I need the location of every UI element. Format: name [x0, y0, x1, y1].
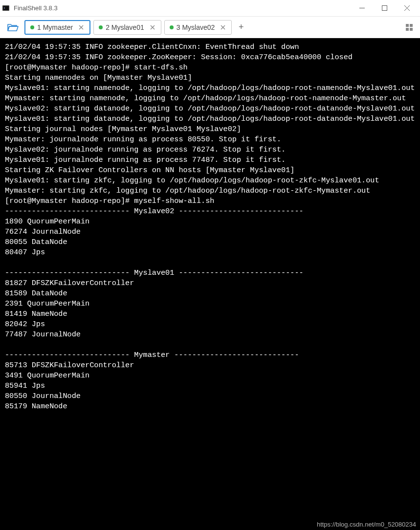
svg-rect-15	[410, 28, 413, 31]
open-folder-button[interactable]	[4, 20, 22, 35]
tab-label: 1 Mymaster	[37, 23, 73, 31]
window-maximize-button[interactable]	[373, 0, 396, 16]
add-tab-button[interactable]: +	[235, 21, 247, 34]
svg-rect-3	[382, 6, 387, 11]
watermark: https://blog.csdn.net/m0_52080234	[317, 521, 416, 528]
terminal-output[interactable]: 21/02/04 19:57:35 INFO zookeeper.ClientC…	[0, 38, 420, 530]
tab-3-myslave02[interactable]: 3 Myslave02	[164, 20, 232, 35]
tab-close-button[interactable]	[78, 24, 85, 31]
tab-1-mymaster[interactable]: 1 Mymaster	[24, 20, 90, 35]
app-title: FinalShell 3.8.3	[14, 4, 58, 12]
status-dot-icon	[30, 25, 34, 29]
window-minimize-button[interactable]	[351, 0, 373, 16]
status-dot-icon	[99, 25, 103, 29]
window-close-button[interactable]	[396, 0, 418, 16]
svg-rect-14	[406, 28, 409, 31]
tab-close-button[interactable]	[220, 24, 226, 31]
svg-rect-12	[406, 24, 409, 27]
grid-view-button[interactable]	[402, 21, 416, 34]
app-icon	[2, 4, 10, 12]
tab-2-myslave01[interactable]: 2 Myslave01	[93, 20, 161, 35]
tab-label: 3 Myslave02	[177, 23, 215, 31]
titlebar: FinalShell 3.8.3	[0, 0, 420, 17]
tab-close-button[interactable]	[149, 24, 156, 31]
status-dot-icon	[170, 25, 174, 29]
svg-rect-13	[410, 24, 413, 27]
svg-rect-1	[3, 6, 9, 10]
tabbar: 1 Mymaster 2 Myslave01 3 Myslave02 +	[0, 17, 420, 38]
tab-label: 2 Myslave01	[106, 23, 144, 31]
